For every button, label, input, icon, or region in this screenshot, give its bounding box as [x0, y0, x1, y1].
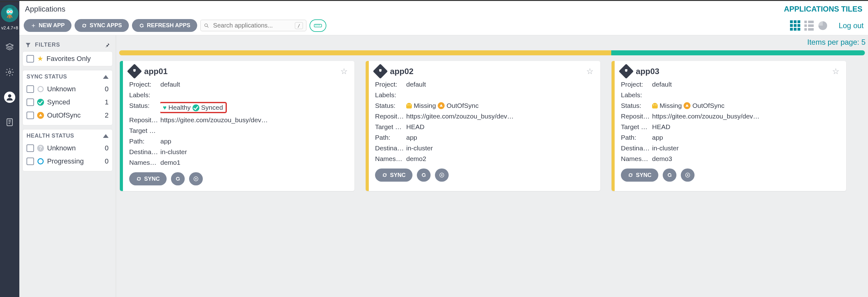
favorite-star[interactable]: ☆	[340, 66, 348, 76]
health-filter-row[interactable]: Progressing 0	[27, 155, 108, 168]
argo-logo[interactable]	[1, 5, 19, 22]
delete-button[interactable]	[435, 168, 449, 182]
header-right-label[interactable]: APPLICATIONS TILES	[784, 5, 862, 14]
filter-count: 0	[105, 157, 108, 165]
sync-apps-button[interactable]: SYNC APPS	[74, 19, 128, 32]
status-bar-green	[611, 50, 865, 55]
logout-link[interactable]: Log out	[839, 21, 864, 30]
sync-label: SYNC	[390, 172, 406, 179]
refresh-button[interactable]	[171, 172, 185, 185]
version-label: v2.4.7+8	[1, 23, 18, 35]
outofsync-icon	[684, 102, 690, 109]
ghost-icon	[406, 103, 412, 108]
kv-val: demo3	[652, 155, 672, 163]
kv-key: Target …	[129, 127, 160, 134]
refresh-icon	[667, 172, 672, 178]
refresh-button[interactable]	[417, 168, 431, 182]
settings-icon[interactable]	[4, 66, 15, 78]
kv-val: https://gitee.com/zouzou_busy/dev…	[160, 116, 268, 124]
app-name: app02	[390, 66, 413, 76]
sync-button[interactable]: SYNC	[621, 168, 658, 182]
status-bar	[119, 50, 865, 55]
refresh-apps-button[interactable]: REFRESH APPS	[132, 19, 197, 32]
sync-filter-row[interactable]: OutOfSync 2	[27, 109, 108, 122]
pie-view-button[interactable]	[817, 21, 828, 30]
kv-key: Status:	[621, 102, 652, 109]
kv-key: Names…	[375, 155, 406, 163]
svg-point-5	[8, 71, 11, 74]
refresh-apps-label: REFRESH APPS	[147, 22, 190, 29]
sync-button[interactable]: SYNC	[375, 168, 412, 182]
items-per-page[interactable]: Items per page: 5	[116, 35, 868, 49]
ruler-button[interactable]	[310, 19, 327, 32]
kv-key: Labels:	[129, 91, 160, 99]
view-switch	[790, 21, 828, 30]
health-filter-row[interactable]: ? Unknown 0	[27, 142, 108, 155]
kv-key: Status:	[375, 102, 406, 109]
svg-point-3	[7, 11, 9, 12]
kv-key: Target …	[621, 123, 652, 131]
collapse-icon[interactable]	[103, 75, 108, 79]
filter-checkbox[interactable]	[27, 158, 34, 165]
filter-count: 0	[105, 85, 108, 93]
kv-key: Reposit…	[375, 112, 406, 120]
kv-val: app	[406, 134, 417, 141]
kv-key: Path:	[375, 134, 406, 141]
search-input-wrap[interactable]: /	[200, 20, 306, 31]
health-status-card: HEALTH STATUS ? Unknown 0 Progressing 0	[23, 129, 113, 171]
kv-key: Project:	[621, 81, 652, 88]
kv-key: Names…	[621, 155, 652, 163]
body: FILTERS ★ Favorites Only SYNC STATUS U	[19, 35, 868, 297]
kv-key: Destina…	[621, 144, 652, 152]
favorites-row[interactable]: ★ Favorites Only	[27, 55, 108, 63]
content: Items per page: 5 app01 ☆ Project:defaul…	[116, 35, 868, 297]
filter-count: 2	[105, 111, 108, 119]
docs-icon[interactable]	[4, 117, 15, 128]
header: Applications APPLICATIONS TILES	[19, 0, 868, 17]
collapse-icon[interactable]	[103, 134, 108, 138]
kv-val: in-cluster	[406, 144, 433, 152]
search-input[interactable]	[213, 22, 295, 29]
refresh-button[interactable]	[663, 168, 676, 182]
sync-filter-row[interactable]: Synced 1	[27, 96, 108, 109]
close-icon	[193, 176, 199, 182]
app-card[interactable]: app02 ☆ Project:default Labels: Status: …	[366, 61, 600, 191]
kv-val: ♥ Healthy Synced	[160, 102, 227, 113]
sync-icon	[628, 172, 633, 178]
kv-key: Labels:	[375, 91, 406, 99]
filter-checkbox[interactable]	[27, 85, 34, 93]
delete-button[interactable]	[681, 168, 694, 182]
filter-checkbox[interactable]	[27, 112, 34, 119]
favorite-star[interactable]: ☆	[586, 66, 593, 76]
ghost-icon	[652, 103, 658, 108]
funnel-icon	[25, 42, 31, 48]
status-bar-yellow	[119, 50, 611, 55]
kv-key: Path:	[621, 134, 652, 141]
sync-button[interactable]: SYNC	[129, 172, 166, 185]
page-title: Applications	[25, 5, 65, 14]
app-grid: app01 ☆ Project:default Labels: Status:♥…	[116, 61, 868, 191]
pin-icon[interactable]	[104, 42, 110, 48]
filter-count: 1	[105, 98, 108, 106]
app-card[interactable]: app03 ☆ Project:default Labels: Status: …	[612, 61, 846, 191]
filter-checkbox[interactable]	[27, 99, 34, 106]
check-icon	[192, 104, 199, 111]
app-name: app01	[144, 66, 167, 76]
toolbar: NEW APP SYNC APPS REFRESH APPS / Log out	[19, 17, 868, 35]
kv-key: Target …	[375, 123, 406, 131]
favorites-checkbox[interactable]	[27, 55, 34, 62]
sync-filter-row[interactable]: Unknown 0	[27, 83, 108, 96]
stack-icon[interactable]	[4, 42, 15, 53]
kv-key: Status:	[129, 102, 160, 113]
kv-val: Missing OutOfSync	[652, 102, 724, 109]
app-card[interactable]: app01 ☆ Project:default Labels: Status:♥…	[120, 61, 354, 191]
tiles-view-button[interactable]	[790, 21, 801, 30]
user-icon[interactable]	[4, 91, 15, 103]
list-view-button[interactable]	[804, 21, 814, 30]
main: Applications APPLICATIONS TILES NEW APP …	[19, 0, 868, 297]
delete-button[interactable]	[189, 172, 203, 185]
filter-checkbox[interactable]	[27, 144, 34, 152]
favorite-star[interactable]: ☆	[832, 66, 839, 76]
close-icon	[439, 172, 444, 178]
new-app-button[interactable]: NEW APP	[24, 19, 71, 32]
